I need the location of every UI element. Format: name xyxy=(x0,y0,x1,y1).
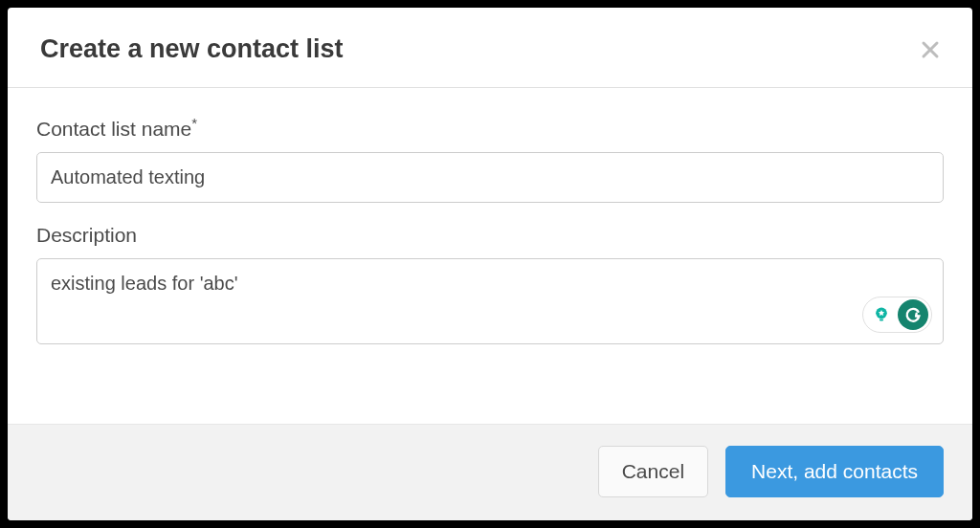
grammarly-widget[interactable] xyxy=(862,297,932,333)
description-group: Description xyxy=(36,224,944,348)
modal-title: Create a new contact list xyxy=(40,34,344,64)
grammarly-icon xyxy=(898,299,928,330)
close-icon xyxy=(919,38,942,61)
description-label: Description xyxy=(36,224,944,247)
description-input[interactable] xyxy=(36,258,944,344)
contact-list-name-input[interactable] xyxy=(36,152,944,203)
contact-list-name-label-text: Contact list name xyxy=(36,118,191,140)
required-asterisk: * xyxy=(191,115,197,131)
lightbulb-icon xyxy=(871,304,892,325)
contact-list-name-label: Contact list name* xyxy=(36,115,944,141)
contact-list-name-group: Contact list name* xyxy=(36,115,944,203)
modal-header: Create a new contact list xyxy=(8,8,972,88)
close-button[interactable] xyxy=(917,36,944,63)
description-wrapper xyxy=(36,258,944,348)
create-contact-list-modal: Create a new contact list Contact list n… xyxy=(8,8,972,520)
modal-body: Contact list name* Description xyxy=(8,88,972,424)
cancel-button[interactable]: Cancel xyxy=(598,446,708,497)
svg-rect-3 xyxy=(880,319,883,321)
next-add-contacts-button[interactable]: Next, add contacts xyxy=(725,446,944,497)
modal-footer: Cancel Next, add contacts xyxy=(8,424,972,520)
